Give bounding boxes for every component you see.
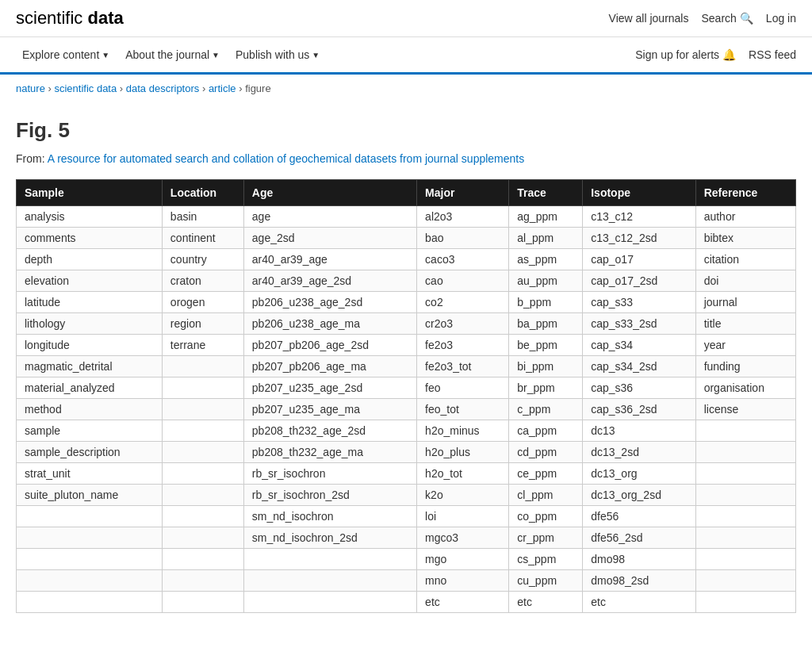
- table-cell: author: [695, 206, 795, 228]
- col-header-reference: Reference: [695, 180, 795, 206]
- table-cell: lithology: [17, 313, 163, 335]
- table-cell: cu_ppm: [509, 570, 583, 592]
- col-header-trace: Trace: [509, 180, 583, 206]
- table-cell: feo: [417, 377, 509, 399]
- table-cell: organisation: [695, 377, 795, 399]
- table-cell: [243, 570, 416, 592]
- nav-explore-label: Explore content: [22, 48, 99, 61]
- table-cell: analysis: [17, 206, 163, 228]
- table-cell: [695, 463, 795, 485]
- table-cell: ba_ppm: [509, 313, 583, 335]
- table-cell: terrane: [162, 335, 243, 356]
- login-link[interactable]: Log in: [766, 12, 796, 25]
- table-cell: h2o_plus: [417, 442, 509, 463]
- table-cell: dmo98_2sd: [583, 570, 695, 592]
- table-cell: caco3: [417, 249, 509, 270]
- col-header-isotope: Isotope: [583, 180, 695, 206]
- breadcrumb-data-descriptors[interactable]: data descriptors: [126, 82, 200, 94]
- table-cell: strat_unit: [17, 463, 163, 485]
- table-cell: fe2o3: [417, 335, 509, 356]
- table-cell: bibtex: [695, 228, 795, 249]
- view-all-journals-link[interactable]: View all journals: [609, 12, 689, 25]
- table-cell: etc: [583, 592, 695, 613]
- nav-publish-label: Publish with us: [236, 48, 309, 61]
- table-cell: funding: [695, 356, 795, 377]
- site-logo: scientific data: [16, 8, 124, 29]
- table-header-row: Sample Location Age Major Trace Isotope …: [17, 180, 796, 206]
- table-row: elevationcratonar40_ar39_age_2sdcaoau_pp…: [17, 270, 796, 292]
- table-cell: pb206_u238_age_ma: [243, 313, 416, 335]
- search-icon: 🔍: [740, 12, 753, 25]
- logo-regular: scientific: [16, 8, 87, 28]
- table-cell: cap_s36: [583, 377, 695, 399]
- table-cell: co2: [417, 292, 509, 313]
- table-row: longitudeterranepb207_pb206_age_2sdfe2o3…: [17, 335, 796, 356]
- search-button[interactable]: Search 🔍: [701, 12, 753, 25]
- table-cell: suite_pluton_name: [17, 485, 163, 506]
- table-cell: basin: [162, 206, 243, 228]
- table-cell: [695, 420, 795, 442]
- table-cell: orogen: [162, 292, 243, 313]
- table-cell: age_2sd: [243, 228, 416, 249]
- breadcrumb-scientific-data[interactable]: scientific data: [54, 82, 117, 94]
- table-cell: latitude: [17, 292, 163, 313]
- table-row: strat_unitrb_sr_isochronh2o_totce_ppmdc1…: [17, 463, 796, 485]
- breadcrumb-separator: ›: [239, 82, 245, 94]
- table-cell: journal: [695, 292, 795, 313]
- table-cell: ar40_ar39_age: [243, 249, 416, 270]
- table-cell: depth: [17, 249, 163, 270]
- chevron-down-icon: ▼: [312, 51, 320, 59]
- nav-about-journal[interactable]: About the journal ▼: [119, 44, 226, 66]
- breadcrumb-nature[interactable]: nature: [16, 82, 45, 94]
- table-cell: cap_s34_2sd: [583, 356, 695, 377]
- table-cell: material_analyzed: [17, 377, 163, 399]
- table-cell: title: [695, 313, 795, 335]
- nav-explore-content[interactable]: Explore content ▼: [16, 44, 116, 66]
- table-cell: h2o_minus: [417, 420, 509, 442]
- rss-feed-link[interactable]: RSS feed: [749, 48, 796, 61]
- table-cell: sample: [17, 420, 163, 442]
- table-row: material_analyzedpb207_u235_age_2sdfeobr…: [17, 377, 796, 399]
- table-cell: [17, 506, 163, 527]
- table-cell: ca_ppm: [509, 420, 583, 442]
- table-row: analysisbasinageal2o3ag_ppmc13_c12author: [17, 206, 796, 228]
- table-cell: cap_s36_2sd: [583, 399, 695, 420]
- table-row: sm_nd_isochronloico_ppmdfe56: [17, 506, 796, 527]
- table-cell: be_ppm: [509, 335, 583, 356]
- table-cell: cd_ppm: [509, 442, 583, 463]
- table-cell: loi: [417, 506, 509, 527]
- figure-title: Fig. 5: [16, 118, 796, 143]
- table-cell: [162, 485, 243, 506]
- table-cell: [162, 356, 243, 377]
- table-cell: longitude: [17, 335, 163, 356]
- table-cell: al2o3: [417, 206, 509, 228]
- bell-icon: 🔔: [722, 48, 736, 61]
- table-cell: br_ppm: [509, 377, 583, 399]
- col-header-sample: Sample: [17, 180, 163, 206]
- data-table: Sample Location Age Major Trace Isotope …: [16, 179, 796, 613]
- table-cell: [162, 399, 243, 420]
- col-header-age: Age: [243, 180, 416, 206]
- table-cell: cl_ppm: [509, 485, 583, 506]
- breadcrumb-article[interactable]: article: [209, 82, 236, 94]
- table-cell: elevation: [17, 270, 163, 292]
- table-cell: [162, 377, 243, 399]
- sign-up-alerts-button[interactable]: Sign up for alerts 🔔: [635, 48, 736, 61]
- table-cell: dc13_2sd: [583, 442, 695, 463]
- table-cell: dfe56: [583, 506, 695, 527]
- table-cell: dc13_org_2sd: [583, 485, 695, 506]
- table-cell: [695, 527, 795, 549]
- table-cell: [162, 506, 243, 527]
- table-row: lithologyregionpb206_u238_age_macr2o3ba_…: [17, 313, 796, 335]
- table-cell: [17, 570, 163, 592]
- search-label: Search: [701, 12, 736, 25]
- chevron-down-icon: ▼: [102, 51, 109, 59]
- figure-source-link[interactable]: A resource for automated search and coll…: [48, 152, 525, 165]
- table-cell: dfe56_2sd: [583, 527, 695, 549]
- table-row: commentscontinentage_2sdbaoal_ppmc13_c12…: [17, 228, 796, 249]
- table-cell: doi: [695, 270, 795, 292]
- nav-publish-with-us[interactable]: Publish with us ▼: [229, 44, 326, 66]
- table-cell: year: [695, 335, 795, 356]
- table-cell: bi_ppm: [509, 356, 583, 377]
- table-cell: al_ppm: [509, 228, 583, 249]
